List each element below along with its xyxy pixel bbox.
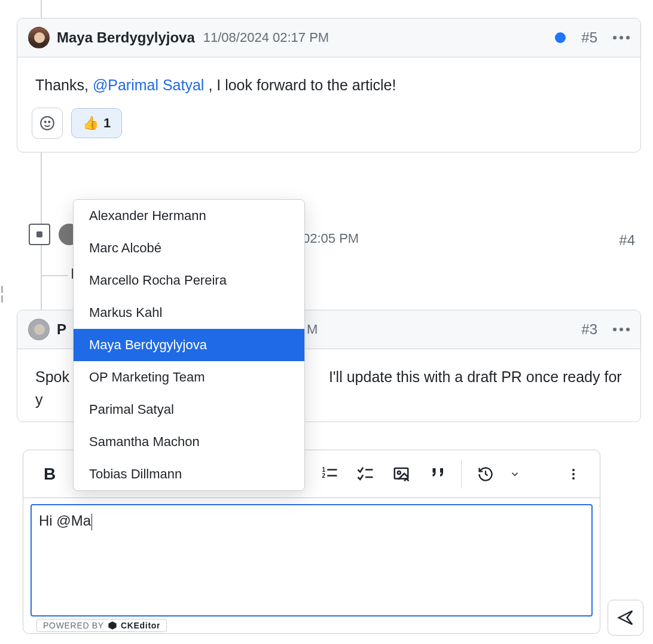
mention-suggestion[interactable]: Maya Berdygylyjova [74,329,304,361]
reactions-bar: 👍 1 [17,108,640,152]
svg-point-2 [48,121,50,122]
smiley-icon [39,115,55,131]
mention-suggestion[interactable]: OP Marketing Team [74,361,304,393]
more-menu-icon[interactable] [613,36,630,39]
avatar[interactable] [28,319,50,340]
image-button[interactable] [386,459,417,490]
comment-body: Thanks, @Parimal Satyal , I look forward… [17,57,640,108]
mention-suggestion[interactable]: Parimal Satyal [74,393,304,426]
svg-point-11 [572,469,575,471]
drag-handle[interactable] [0,286,6,303]
powered-label: POWERED BY [43,621,104,630]
svg-point-0 [41,117,54,130]
toolbar-separator [461,460,462,489]
comment-number[interactable]: #3 [581,321,597,338]
comment-timestamp: 02:05 PM [303,231,359,246]
mention-suggestion[interactable]: Alexander Hermann [74,200,304,232]
comment-header: Maya Berdygylyjova 11/08/2024 02:17 PM #… [17,19,640,57]
collapse-toggle-icon[interactable] [29,224,50,245]
checklist-icon [356,465,374,483]
chevron-down-icon [509,469,520,480]
thread-branch [41,275,68,276]
add-reaction-button[interactable] [32,108,63,139]
editor-area[interactable]: Hi @Ma POWERED BY CKEditor [23,498,600,633]
editor-textarea[interactable]: Hi @Ma [30,504,593,616]
avatar[interactable] [28,27,50,48]
comment-timestamp: 11/08/2024 02:17 PM [203,30,329,45]
mention-suggestion[interactable]: Tobias Dillmann [74,458,304,490]
kebab-icon [566,467,581,481]
reaction-thumbsup[interactable]: 👍 1 [71,108,122,138]
svg-point-13 [572,477,575,480]
mention-link[interactable]: @Parimal Satyal [93,77,205,93]
comment-text: Spok [35,368,69,385]
history-button[interactable] [470,459,501,490]
comment-author[interactable]: P [57,321,66,338]
comment-author[interactable]: Maya Berdygylyjova [57,29,195,46]
checklist-button[interactable] [350,459,381,490]
send-button[interactable] [608,600,643,636]
numbered-list-icon: 12 [321,465,338,483]
svg-marker-14 [108,621,116,629]
svg-point-12 [572,473,575,475]
comment-number[interactable]: #5 [581,29,597,46]
comment-card: Maya Berdygylyjova 11/08/2024 02:17 PM #… [17,18,641,152]
mention-suggestion[interactable]: Markus Kahl [74,297,304,329]
send-icon [617,609,634,627]
editor-content: Hi @Ma [39,512,91,529]
ckeditor-logo-icon [108,621,117,630]
unread-indicator[interactable] [555,32,566,43]
history-dropdown[interactable] [506,459,524,490]
comment-text: , I look forward to the article! [204,77,396,93]
reaction-count: 1 [103,115,111,131]
numbered-list-button[interactable]: 12 [314,459,345,490]
image-icon [392,465,410,483]
powered-by-badge[interactable]: POWERED BY CKEditor [36,619,167,632]
mention-suggestion[interactable]: Marc Alcobé [74,232,304,264]
history-icon [477,466,494,483]
comment-timestamp: M [307,322,318,337]
svg-point-10 [398,471,401,474]
more-tools-button[interactable] [558,459,589,490]
powered-brand: CKEditor [121,621,160,630]
bold-button[interactable]: B [34,459,65,490]
comment-number[interactable]: #4 [619,232,635,249]
mention-popup: Alexander HermannMarc AlcobéMarcello Roc… [73,199,305,491]
thumbsup-icon: 👍 [83,115,99,131]
mention-suggestion[interactable]: Marcello Rocha Pereira [74,264,304,297]
quote-icon [428,465,446,483]
svg-text:2: 2 [322,472,326,479]
bold-label: B [44,465,56,484]
more-menu-icon[interactable] [613,328,630,331]
text-caret [91,514,92,530]
blockquote-button[interactable] [422,459,453,490]
svg-point-1 [45,121,46,122]
comment-text: Thanks, [35,77,93,93]
mention-suggestion[interactable]: Samantha Machon [74,426,304,458]
